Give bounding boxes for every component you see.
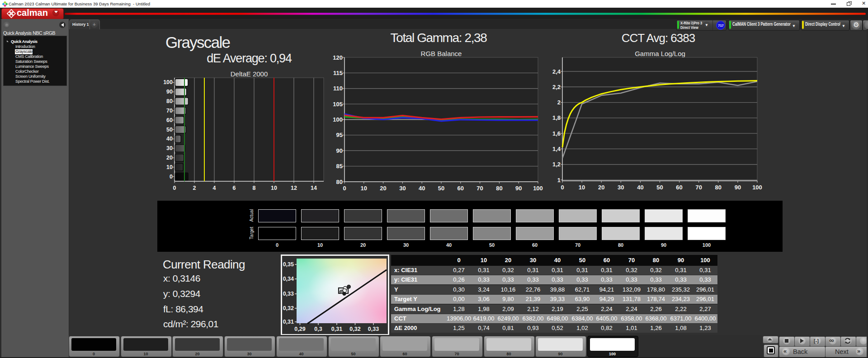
- svg-text:0,31: 0,31: [331, 326, 342, 332]
- svg-text:0,32: 0,32: [349, 326, 360, 332]
- svg-text:0,35: 0,35: [283, 261, 294, 268]
- svg-text:0,34: 0,34: [283, 276, 294, 282]
- svg-text:0,32: 0,32: [283, 305, 294, 311]
- svg-text:0,33: 0,33: [368, 326, 379, 332]
- svg-text:0,31: 0,31: [283, 319, 294, 325]
- svg-text:0,29: 0,29: [294, 326, 305, 332]
- svg-text:0,3: 0,3: [314, 326, 322, 332]
- svg-text:0,33: 0,33: [283, 291, 294, 297]
